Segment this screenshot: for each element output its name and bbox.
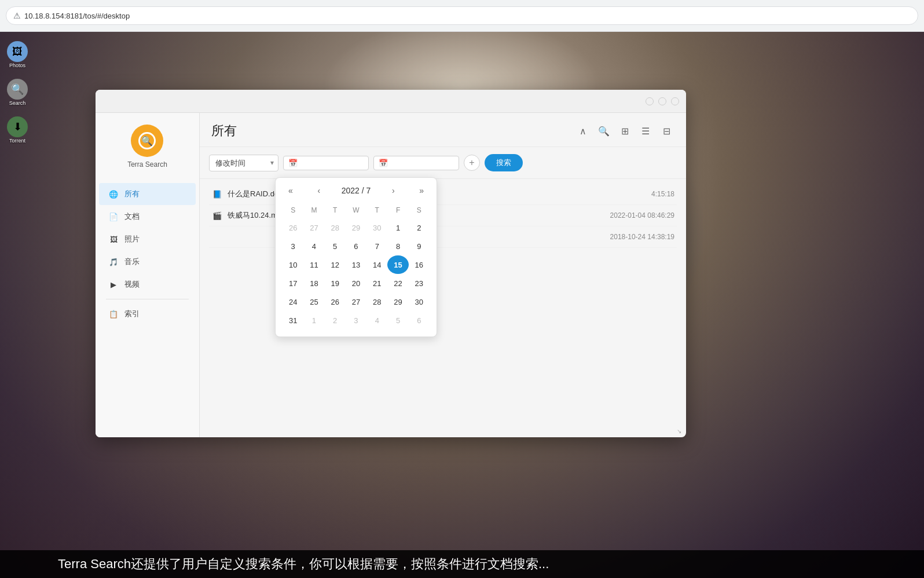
file-icon-0: 📘 [211,188,223,200]
nav-item-index[interactable]: 📋 索引 [99,303,196,325]
file-list: 📘 什么是RAID.docx 4:15:18 🎬 铁威马10.24.mp4 20… [200,179,686,437]
nav-label-index: 索引 [124,309,140,319]
cal-day[interactable]: 10 [283,255,303,274]
date-end-input[interactable] [390,159,454,167]
cal-day[interactable]: 8 [387,237,408,255]
cal-weekday-thu: T [366,202,387,218]
nav-item-photos[interactable]: 🖼 照片 [99,228,196,250]
add-filter-button[interactable]: + [464,155,480,171]
date-start-input[interactable] [300,159,364,167]
nav-item-all[interactable]: 🌐 所有 [99,183,196,205]
calendar-month-year: 2022 / 7 [342,186,371,195]
header-actions: ∧ 🔍 ⊞ ☰ ⊟ [575,123,674,139]
cal-day[interactable]: 20 [346,274,366,292]
cal-day[interactable]: 18 [303,274,324,292]
cal-day[interactable]: 23 [409,274,430,292]
close-button[interactable]: × [671,97,679,105]
cal-weekday-tue: T [325,202,346,218]
layout-btn[interactable]: ⊟ [658,123,674,139]
cal-day[interactable]: 21 [366,274,387,292]
cal-day[interactable]: 4 [366,311,387,330]
cal-day[interactable]: 4 [303,237,324,255]
cal-day[interactable]: 2 [325,311,346,330]
cal-next-next-btn[interactable]: » [416,185,427,196]
cal-day[interactable]: 26 [325,292,346,311]
cal-weekday-fri: F [387,202,408,218]
nav-label-all: 所有 [124,189,140,199]
cal-day[interactable]: 1 [303,311,324,330]
cal-weekday-sat: S [409,202,430,218]
cal-day[interactable]: 5 [387,311,408,330]
resize-handle[interactable]: ↘ [677,428,684,435]
cal-weekday-wed: W [346,202,366,218]
sidebar-app-search[interactable]: 🔍 Search [5,75,30,110]
cal-day[interactable]: 28 [325,218,346,237]
cal-day[interactable]: 25 [303,292,324,311]
nav-label-docs: 文档 [124,211,140,222]
nav-icon-docs: 📄 [108,211,119,222]
file-date-1: 2022-01-04 08:46:29 [610,211,674,220]
cal-day[interactable]: 30 [366,218,387,237]
cal-day[interactable]: 7 [366,237,387,255]
calendar-start-icon: 📅 [288,159,298,167]
collapse-icon-btn[interactable]: ∧ [575,123,591,139]
nav-icon-photos: 🖼 [108,234,119,244]
cal-day[interactable]: 29 [346,218,366,237]
filter-type-select[interactable]: 修改时间 创建时间 文件类型 [209,155,278,171]
cal-year: 2022 [342,186,360,195]
cal-prev-btn[interactable]: ‹ [314,185,324,196]
cal-day[interactable]: 16 [409,255,430,274]
cal-day[interactable]: 17 [283,274,303,292]
cal-day[interactable]: 22 [387,274,408,292]
minimize-button[interactable]: − [646,97,654,105]
grid-view-btn[interactable]: ⊞ [617,123,633,139]
search-icon-btn[interactable]: 🔍 [596,123,612,139]
cal-day[interactable]: 27 [303,218,324,237]
cal-day[interactable]: 29 [387,292,408,311]
nav-label-music: 音乐 [124,257,140,267]
window-titlebar: − □ × [96,90,686,113]
cal-day[interactable]: 24 [283,292,303,311]
cal-day[interactable]: 12 [325,255,346,274]
cal-day[interactable]: 11 [303,255,324,274]
nav-item-music[interactable]: 🎵 音乐 [99,251,196,273]
browser-url-bar[interactable]: ⚠ 10.18.8.154:8181/tos/#/desktop [6,6,918,25]
app-logo-circle: 🔍 [131,125,163,157]
sidebar-app-torrent[interactable]: ⬇ Torrent [5,113,30,148]
cal-weekday-mon: M [303,202,324,218]
main-content: 所有 ∧ 🔍 ⊞ ☰ ⊟ 修改时间 创建时间 文件类型 [200,113,686,437]
cal-day[interactable]: 26 [283,218,303,237]
cal-day[interactable]: 2 [409,218,430,237]
sidebar-app-photos[interactable]: 🖼 Photos [5,38,30,72]
cal-day[interactable]: 13 [346,255,366,274]
filter-type-select-wrap: 修改时间 创建时间 文件类型 [209,155,278,171]
cal-day[interactable]: 19 [325,274,346,292]
filter-bar: 修改时间 创建时间 文件类型 📅 📅 + 搜索 [200,147,686,179]
cal-day[interactable]: 14 [366,255,387,274]
cal-day[interactable]: 3 [346,311,366,330]
cal-day[interactable]: 5 [325,237,346,255]
security-icon: ⚠ [13,11,21,20]
search-app-label: Search [9,101,26,107]
cal-next-btn[interactable]: › [388,185,398,196]
cal-day[interactable]: 3 [283,237,303,255]
cal-day[interactable]: 30 [409,292,430,311]
search-app-icon: 🔍 [7,79,28,100]
calendar-end-icon: 📅 [379,159,388,167]
cal-day[interactable]: 1 [387,218,408,237]
window-body: 🔍 Terra Search 🌐 所有 📄 文档 🖼 照片 � [96,113,686,437]
cal-day[interactable]: 6 [346,237,366,255]
cal-day[interactable]: 9 [409,237,430,255]
nav-item-video[interactable]: ▶ 视频 [99,273,196,295]
maximize-button[interactable]: □ [658,97,666,105]
cal-day[interactable]: 15 [387,255,408,274]
cal-prev-prev-btn[interactable]: « [285,185,296,196]
main-header: 所有 ∧ 🔍 ⊞ ☰ ⊟ [200,113,686,147]
list-view-btn[interactable]: ☰ [637,123,654,139]
cal-day[interactable]: 28 [366,292,387,311]
cal-day[interactable]: 31 [283,311,303,330]
search-execute-button[interactable]: 搜索 [485,154,523,171]
cal-day[interactable]: 6 [409,311,430,330]
nav-item-docs[interactable]: 📄 文档 [99,206,196,228]
cal-day[interactable]: 27 [346,292,366,311]
